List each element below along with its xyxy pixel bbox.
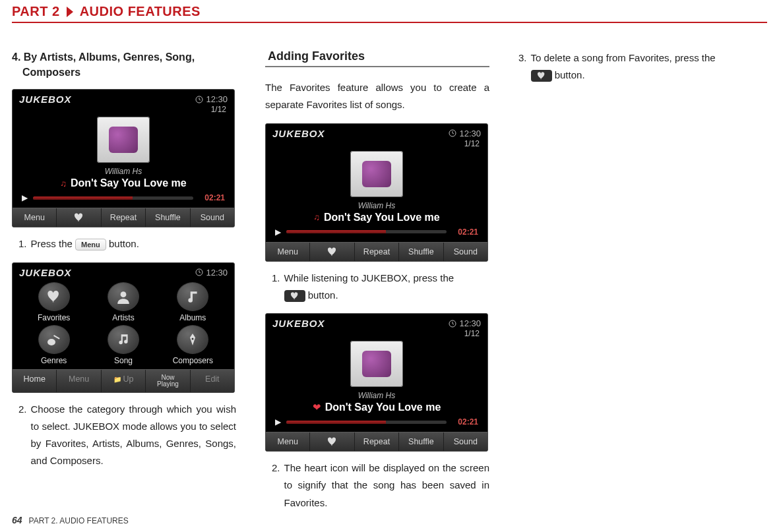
heart-filled-icon: ❤ [313, 401, 321, 413]
seek-bar [33, 196, 193, 200]
jb-title: JUKEBOX [19, 267, 72, 278]
page-number: 64 [12, 515, 22, 525]
jukebox-screenshot-categories: JUKEBOX 12:30 Favorites Artists Albums G… [12, 262, 235, 393]
col2-step2: 2. The heart icon will be displayed on t… [272, 459, 489, 512]
album-art-icon [350, 151, 403, 197]
album-art-icon [350, 341, 403, 387]
pen-icon [186, 332, 199, 347]
jb-sound-button: Sound [191, 208, 234, 227]
column-1: 4. By Artists, Albums, Genres, Song, Com… [12, 49, 236, 521]
person-icon [116, 289, 131, 304]
heart-icon [47, 290, 61, 303]
music-note-icon [185, 289, 200, 304]
jb-song: Don't Say You Love me [71, 177, 187, 189]
col1-heading-line1: 4. By Artists, Albums, Genres, Song, [12, 49, 236, 65]
col1-heading: 4. By Artists, Albums, Genres, Song, Com… [12, 49, 236, 80]
double-note-icon [116, 332, 131, 347]
cat-albums: Albums [158, 282, 228, 322]
cat-composers: Composers [158, 325, 228, 365]
jb-clock: 12:30 [195, 94, 228, 104]
jb-favorite-button [310, 243, 354, 261]
play-icon: ▶ [275, 227, 281, 237]
jb-title: JUKEBOX [19, 94, 72, 105]
jb-count: 1/12 [13, 105, 234, 115]
album-art-icon [97, 117, 150, 163]
column-3: 3. To delete a song from Favorites, pres… [518, 49, 743, 521]
step-number: 2. [18, 401, 27, 470]
jukebox-screenshot-playing: JUKEBOX 12:30 1/12 William Hs ♫ Don't Sa… [265, 123, 488, 262]
jb-artist: William Hs [13, 167, 234, 176]
clock-icon [449, 320, 456, 328]
menu-button-icon: Menu [75, 239, 106, 251]
svg-point-3 [47, 339, 55, 345]
step-text: Choose the category through which you wi… [31, 401, 236, 470]
jb-time: 02:21 [199, 193, 225, 202]
cat-song: Song [88, 325, 158, 365]
col2-intro: The Favorites feature allows you to crea… [265, 79, 489, 114]
chevron-right-icon [67, 7, 73, 17]
jb-home-button: Home [13, 370, 57, 392]
col2-heading: Adding Favorites [265, 49, 489, 67]
jb-bottom-bar: Menu Repeat Shuffle Sound [13, 208, 234, 227]
heart-outline-icon [327, 247, 338, 256]
clock-icon [449, 129, 456, 137]
jb-edit-button: Edit [191, 370, 234, 392]
cat-favorites: Favorites [19, 282, 88, 322]
svg-rect-4 [53, 335, 60, 340]
col1-step1: 1. Press the Menu button. [18, 235, 236, 252]
heart-outline-icon [74, 213, 84, 222]
jb-category-grid: Favorites Artists Albums Genres Song Com… [13, 278, 234, 369]
jukebox-screenshot-playing: JUKEBOX 12:30 1/12 William Hs ♫ Don't Sa… [12, 89, 235, 227]
jb-shuffle-button: Shuffle [146, 208, 190, 227]
music-note-icon: ♫ [60, 179, 67, 189]
jb-favorite-button [57, 208, 101, 227]
heart-button-icon [531, 70, 552, 82]
svg-point-5 [192, 338, 194, 340]
play-icon: ▶ [22, 193, 28, 202]
cat-genres: Genres [19, 325, 88, 365]
jb-favorite-button [310, 432, 354, 451]
cat-artists: Artists [88, 282, 158, 322]
footer-crumb: PART 2. AUDIO FEATURES [29, 516, 129, 525]
jb-menu-button: Menu [57, 370, 101, 392]
step-number: 1. [18, 235, 27, 252]
jukebox-screenshot-favorited: JUKEBOX 12:30 1/12 William Hs ❤ Don't Sa… [265, 313, 488, 452]
clock-icon [195, 268, 203, 276]
music-note-icon: ♫ [313, 212, 320, 222]
jb-menu-button: Menu [13, 208, 57, 227]
step-text: Press the Menu button. [31, 235, 236, 252]
heart-button-icon [284, 290, 305, 302]
column-2: Adding Favorites The Favorites feature a… [265, 49, 489, 521]
col2-step1: 1. While listening to JUKEBOX, press the… [272, 270, 489, 305]
jb-now-playing-button: NowPlaying [146, 370, 190, 392]
col1-heading-line2: Composers [12, 65, 236, 80]
col1-step2: 2. Choose the category through which you… [18, 401, 236, 470]
jb-bottom-bar: Home Menu 📁 Up NowPlaying Edit [13, 369, 234, 392]
clock-icon [195, 96, 203, 103]
jb-up-button: 📁 Up [102, 370, 146, 392]
page-footer: 64 PART 2. AUDIO FEATURES [12, 515, 129, 525]
jb-repeat-button: Repeat [102, 208, 146, 227]
page-header: PART 2 AUDIO FEATURES [0, 0, 779, 19]
col3-step3: 3. To delete a song from Favorites, pres… [518, 49, 743, 84]
guitar-icon [46, 333, 62, 346]
svg-point-2 [121, 291, 127, 297]
section-title: AUDIO FEATURES [80, 4, 201, 19]
jb-clock: 12:30 [195, 268, 228, 278]
content-columns: 4. By Artists, Albums, Genres, Song, Com… [0, 23, 779, 521]
jb-clock-val: 12:30 [206, 94, 228, 104]
play-icon: ▶ [275, 417, 281, 427]
part-label: PART 2 [12, 4, 60, 19]
heart-outline-icon [327, 437, 338, 446]
